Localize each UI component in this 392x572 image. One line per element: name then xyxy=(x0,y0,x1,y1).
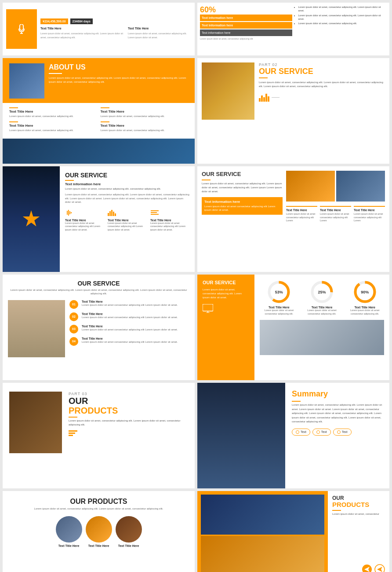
info-box-1: Text information here xyxy=(200,15,292,21)
slide-summary: Summary Lorem ipsum dolor sit amet, cons… xyxy=(197,383,389,488)
title-divider-city xyxy=(65,180,74,181)
feature-3: Text Title Here Lorem ipsum dolor sit am… xyxy=(9,121,97,132)
paper-plane-icon xyxy=(362,564,372,572)
svg-marker-29 xyxy=(377,567,382,572)
donut-item-3: 90% Text Title Here Lorem ipsum dolor si… xyxy=(345,280,384,315)
products-orange-content: OUR PRODUCTS Lorem ipsum dolor sit amet,… xyxy=(328,491,389,572)
service-title-our: OUR xyxy=(259,67,276,76)
num-desc-2: Lorem ipsum dolor sit amet consectetur a… xyxy=(82,315,178,319)
num-circle-4: 04 xyxy=(69,337,78,346)
service-city-content: OUR SERVICE Text information here Lorem … xyxy=(60,166,195,272)
bullet-2: Lorem ipsum dolor sit amet, consectetur … xyxy=(298,14,387,21)
icon-row: —— xyxy=(259,93,385,102)
products-orange-title: OUR PRODUCTS Lorem ipsum dolor sit amet,… xyxy=(332,495,385,516)
slide-stats: ¥234,456,599.00 234684 days Text Title H… xyxy=(3,3,195,55)
feat-text-3: Lorem ipsum dolor sit amet, consectetur … xyxy=(9,128,97,132)
svg-rect-10 xyxy=(109,211,111,216)
title-1: Text Title Here xyxy=(40,26,124,31)
summary-content: Summary Lorem ipsum dolor sit amet, cons… xyxy=(285,383,389,488)
service-orange-title: OUR SERVICE xyxy=(202,171,283,177)
num-item-2: 02 Text Title Here Lorem ipsum dolor sit… xyxy=(69,312,189,321)
slide-percent: 60% Text information here Text Informati… xyxy=(197,3,389,55)
summary-btn-3[interactable]: Text xyxy=(333,429,352,436)
bullet-3: Lorem ipsum dolor sit amet, consectetur … xyxy=(298,22,387,25)
products-text: Lorem ipsum dolor sit amet, consectetur … xyxy=(69,419,188,427)
circle-1 xyxy=(56,516,82,543)
num-circle-3: 03 xyxy=(69,325,78,334)
service-donut-right: 53% Text Title Here Lorem ipsum dolor si… xyxy=(254,275,389,380)
feat-line-2 xyxy=(101,107,109,108)
slide-service-orange: OUR SERVICE Lorem ipsum dolor sit amet, … xyxy=(197,166,389,272)
svg-rect-11 xyxy=(111,210,113,216)
orange-mic-box xyxy=(6,9,37,49)
stat-money: ¥234,456,599.00 xyxy=(40,18,68,24)
num-item-1: 01 Text Title Here Lorem ipsum dolor sit… xyxy=(69,300,189,309)
summary-btn-row: Text Text Text xyxy=(292,429,383,436)
feat-icon-3 xyxy=(150,209,159,217)
slide-service-part02: PART 02 OUR SERVICE Lorem ipsum dolor si… xyxy=(197,58,389,164)
products-img-1 xyxy=(201,495,324,535)
star-icon xyxy=(22,210,40,228)
circle-title-3: Text Title Here xyxy=(116,544,142,547)
numbered-content-row: 01 Text Title Here Lorem ipsum dolor sit… xyxy=(8,300,189,357)
num-desc-1: Lorem ipsum dolor sit amet consectetur a… xyxy=(82,303,178,307)
summary-btn-1[interactable]: Text xyxy=(292,429,310,436)
num-text-3: Text Title Here Lorem ipsum dolor sit am… xyxy=(82,325,178,331)
part-label: PART 02 xyxy=(259,62,385,67)
summary-btn-2[interactable]: Text xyxy=(312,429,331,436)
donut-feat-text-2: Lorem ipsum dolor sit amet consectetur a… xyxy=(303,309,341,315)
service-orange-text: Lorem ipsum dolor sit amet, consectetur … xyxy=(202,182,283,194)
info-label: Text information here xyxy=(65,182,189,186)
btn-icon-2 xyxy=(316,430,320,434)
orange-feat-text-3: Lorem ipsum dolor sit amet consectetur a… xyxy=(354,213,385,223)
donut-chart-3: 90% xyxy=(353,280,377,304)
slide-about-us: ABOUT US Lorem ipsum dolor sit amet, con… xyxy=(3,58,195,164)
service-orange-title-text: OUR SERVICE xyxy=(202,171,283,177)
image-box-2 xyxy=(336,171,385,202)
products-circles-title: OUR PRODUCTS xyxy=(9,498,188,506)
stat-days: 234684 days xyxy=(70,18,93,24)
info-box-3: Text information here xyxy=(200,29,292,36)
city-feature-1: Text Title Here Lorem ipsum dolor sit am… xyxy=(65,209,104,232)
about-text: Lorem ipsum dolor sit amet, consectetur … xyxy=(49,76,188,84)
paper-plane-icon-2 xyxy=(374,564,385,572)
slide-service-numbered: OUR SERVICE Lorem ipsum dolor sit amet, … xyxy=(3,275,195,380)
donut-bottom-image xyxy=(260,320,384,355)
products-orange-label: PRODUCTS xyxy=(332,501,385,509)
num-title-1: Text Title Here xyxy=(82,300,178,303)
slide-service-donuts: OUR SERVICE Lorem ipsum dolor sit amet, … xyxy=(197,275,389,380)
products-divider xyxy=(69,417,77,418)
service-donut-left: OUR SERVICE Lorem ipsum dolor sit amet, … xyxy=(197,275,254,380)
bars-icon xyxy=(108,209,116,216)
chart-icon xyxy=(259,93,269,102)
numbered-image xyxy=(8,300,65,357)
service-city-title: OUR SERVICE xyxy=(65,172,189,179)
num-title-2: Text Title Here xyxy=(82,312,178,315)
feat-text-1: Lorem ipsum dolor sit amet, consectetur … xyxy=(9,114,97,118)
donut-title-text: OUR SERVICE xyxy=(203,280,249,286)
service-content: PART 02 OUR SERVICE Lorem ipsum dolor si… xyxy=(259,62,385,159)
circle-title-2: Text Title Here xyxy=(86,544,112,547)
feat-text-4: Lorem ipsum dolor sit amet, consectetur … xyxy=(101,128,189,132)
circle-3 xyxy=(116,516,142,543)
feature-1: Text Title Here Lorem ipsum dolor sit am… xyxy=(9,107,97,118)
orange-feat-1: Text Title Here Lorem ipsum dolor sit am… xyxy=(286,206,317,223)
orange-feat-text-1: Lorem ipsum dolor sit amet consectetur a… xyxy=(286,213,317,223)
city-feature-2: Text Title Here Lorem ipsum dolor sit am… xyxy=(108,209,147,232)
divider-orange xyxy=(202,180,211,180)
orange-feat-text-2: Lorem ipsum dolor sit amet consectetur a… xyxy=(320,213,351,223)
num-text-2: Text Title Here Lorem ipsum dolor sit am… xyxy=(82,312,178,319)
svg-rect-17 xyxy=(203,304,213,311)
service-description: Lorem ipsum dolor sit amet, consectetur … xyxy=(259,81,385,88)
feature-4: Text Title Here Lorem ipsum dolor sit am… xyxy=(101,121,189,132)
bottom-features: Text Title Here Lorem ipsum dolor sit am… xyxy=(65,209,189,232)
btn-icon-1 xyxy=(296,430,299,434)
btn-label-2: Text xyxy=(321,430,327,433)
city-feat-text-3: Lorem ipsum dolor sit amet consectetur a… xyxy=(150,222,189,232)
donut-pct-3: 90% xyxy=(361,290,369,294)
monitor-icon xyxy=(203,304,249,315)
svg-rect-12 xyxy=(113,212,114,216)
feat-icon-1 xyxy=(65,209,74,217)
products-orange-text: Lorem ipsum dolor sit amet, consectetur xyxy=(332,512,385,516)
summary-title: Summary xyxy=(292,389,383,399)
